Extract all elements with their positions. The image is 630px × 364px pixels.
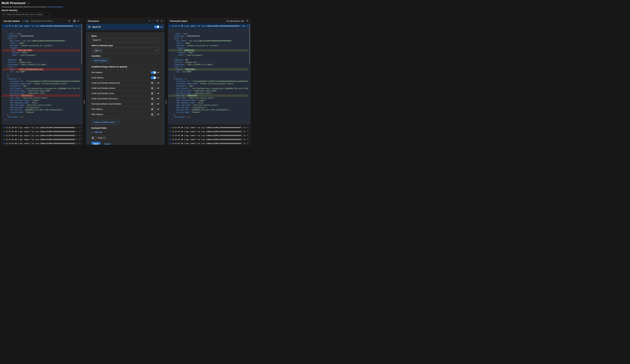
log-row[interactable]: 11:57:03 AM {"api_token":"sk_live_51NWz4… [168,138,250,142]
chevron-down-icon[interactable] [79,25,81,27]
chevron-right-icon[interactable] [79,138,81,140]
pattern-row: IPv6 Addressoff [92,106,159,112]
processor-mask-pii-header[interactable]: Mask PII on [86,24,164,30]
json-line: "path": "/api/v1/payment" [169,54,248,56]
name-label: Name [92,35,159,37]
scrollbar-thumb[interactable] [249,24,250,64]
json-line: "request": { [169,47,248,49]
json-view-button[interactable]: {} [73,20,76,23]
search-telemetry-label: Search telemetry [2,9,250,12]
json-line: "request": { [2,47,80,49]
remove-chip-icon[interactable]: ✕ [100,50,101,52]
pattern-toggle[interactable] [151,82,156,84]
log-row[interactable]: 11:57:07 AM {"api_token":"sk_live_51NWz4… [2,130,82,134]
filter-icon[interactable] [246,20,248,22]
json-line: "k8s.node.name": "mask-test-control-plan… [169,104,248,106]
log-preview: 11:57:09 AM {"api_token":"sk_live_51NWz4… [172,126,246,128]
log-level-dot [3,127,4,128]
chevron-down-icon[interactable] [247,25,249,27]
json-line: "k8s.pod.name": "log-generator", [2,106,80,109]
log-row[interactable]: 11:57:05 AM {"api_token":"sk_live_51NWz4… [2,134,82,138]
chevron-right-icon[interactable] [247,134,249,136]
filter-icon[interactable] [68,20,70,22]
log-row[interactable]: 11:56:59 AM {"api_token":"sk_live_51NWz4… [168,145,250,146]
pattern-toggle[interactable] [151,108,156,110]
json-line: "host.name": "mask-test-control-plane", [2,97,80,99]
log-level-dot [170,127,171,128]
processor-editor-body: Name Select a telemetry type Logs ✕ C [86,32,164,145]
list-view-button[interactable] [77,20,80,23]
chevron-right-icon[interactable] [247,138,249,140]
log-row[interactable]: 11:56:59 AM {"api_token":"sk_live_51NWz4… [2,145,82,146]
chevron-right-icon[interactable] [79,134,81,136]
search-input[interactable] [6,13,49,16]
log-row[interactable]: 11:57:09 AM {"api_token":"sk_live_51NWz4… [2,126,82,130]
json-line: "timestamp": "2025-12-09T01:27:11.000Z", [169,64,248,66]
size-decrease-note: ~1% decrease in size [226,20,244,22]
play-button[interactable]: Play [22,20,29,22]
redo-icon[interactable]: ↷ [152,20,154,22]
json-line: "host.ip": "172.18.0.2", [2,94,80,97]
log-preview: 11:57:03 AM {"api_token":"sk_live_51NWz4… [6,138,78,140]
add-row-button[interactable]: Add row [92,131,102,133]
chevron-right-icon[interactable] [247,130,249,132]
panel-resize-handle[interactable] [166,100,167,104]
page-description-text: Encapsulates functionality defined by a … [2,6,47,8]
filter-icon[interactable] [156,20,158,22]
pattern-toggle[interactable] [151,92,156,95]
log-row[interactable]: 11:57:07 AM {"api_token":"sk_live_51NWz4… [168,130,250,134]
create-custom-mask-button[interactable]: Create a custom mask [92,120,120,124]
help-icon[interactable]: ? [103,137,106,139]
json-line: "ed.domain": "k8s", [169,85,248,87]
add-row-label: Add row [94,131,102,133]
chevron-right-icon[interactable] [247,142,249,144]
processors-title: Processors [88,20,99,22]
save-button[interactable]: Save [92,142,100,145]
cancel-button[interactable]: Cancel [104,143,110,145]
json-line: "k8s.pod.uid": "0e8e8d66-27dc-4bcf-b799-… [2,109,80,111]
pattern-toggle[interactable] [151,113,156,116]
json-line: "ip": "REDACTED", [169,49,248,52]
chevron-right-icon[interactable] [79,130,81,132]
add-condition-button[interactable]: Add Condition [92,58,109,63]
pattern-toggle[interactable] [151,97,156,100]
selected-log-row[interactable]: 11:57:11 AM {"api_token":"sk_live_51NWz4… [168,24,250,28]
log-row[interactable]: 11:57:01 AM {"api_token":"sk_live_51NWz4… [168,142,250,145]
log-level-dot [3,131,4,132]
processor-name-input[interactable] [92,38,159,42]
see-documentation-link[interactable]: See documentation. [47,6,64,8]
log-preview: 11:57:11 AM {"api_token":"sk_live_51NWz4… [6,25,78,27]
panel-resize-handle[interactable] [84,100,85,104]
chevron-right-icon[interactable] [79,142,81,144]
telemetry-chip-label: Logs [94,50,98,52]
undo-icon[interactable]: ↶ [148,20,150,22]
toggle-state-label: off [157,103,159,105]
pattern-toggle[interactable] [151,71,156,74]
pattern-toggle[interactable] [151,76,156,79]
edit-title-icon[interactable] [28,2,30,4]
add-processor-icon[interactable] [160,20,163,22]
add-condition-label: Add Condition [94,60,107,62]
scrollbar-thumb[interactable] [81,24,82,64]
json-line: "ed.source.name": "kubernetes_input_e389… [2,90,80,92]
json-line: "user": { [2,66,80,68]
log-row[interactable]: 11:57:01 AM {"api_token":"sk_live_51NWz4… [2,142,82,145]
log-row[interactable]: 11:57:05 AM {"api_token":"sk_live_51NWz4… [168,134,250,138]
page-title: Multi Processor [2,1,26,5]
search-box[interactable] [2,12,51,16]
pattern-toggle[interactable] [151,102,156,105]
log-row[interactable]: 11:57:03 AM {"api_token":"sk_live_51NWz4… [2,138,82,142]
selected-log-row[interactable]: 11:57:11 AM {"api_token":"sk_live_51NWz4… [2,24,82,28]
chevron-right-icon[interactable] [79,126,81,128]
json-line: "sequence": 88, [2,59,80,61]
json-line: } [2,73,80,75]
json-line: }, [169,56,248,59]
pattern-toggle[interactable] [151,87,156,90]
chevron-right-icon[interactable] [247,126,249,128]
json-line: "level": "INFO", [169,42,248,44]
log-row[interactable]: 11:57:09 AM {"api_token":"sk_live_51NWz4… [168,126,250,130]
final-toggle[interactable] [92,136,97,139]
telemetry-type-select[interactable]: Logs ✕ [92,48,159,53]
mask-pii-enabled-toggle[interactable] [154,26,160,28]
processor-editor-card: Name Select a telemetry type Logs ✕ C [88,32,162,145]
